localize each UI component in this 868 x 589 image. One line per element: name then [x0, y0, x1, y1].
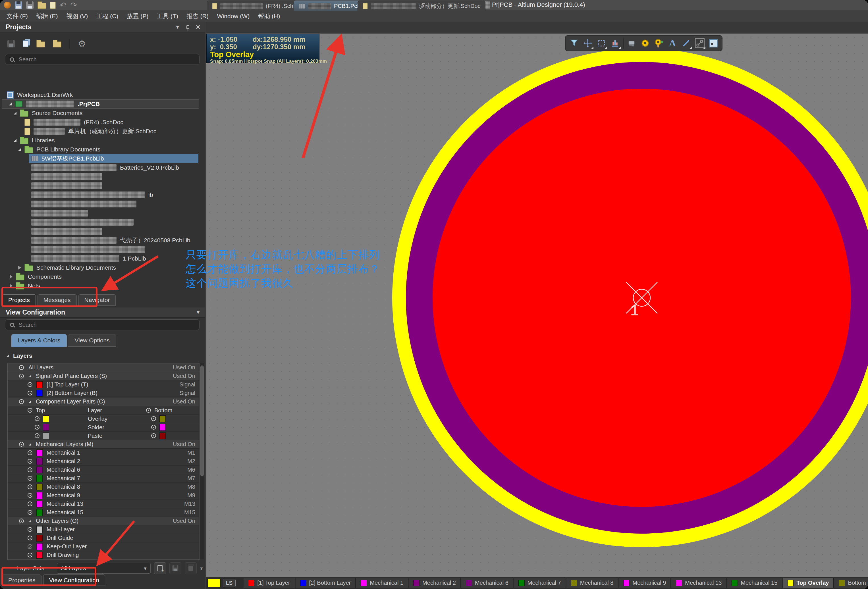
layer-row-drill-drawing[interactable]: Drill Drawing	[8, 551, 199, 559]
tab-messages[interactable]: Messages	[37, 294, 77, 306]
visibility-icon[interactable]	[28, 484, 32, 489]
layer-row-top-layer[interactable]: [1] Top Layer (T)Signal	[8, 381, 199, 389]
tree-item-components[interactable]: Components	[2, 272, 199, 281]
save-layerset-button[interactable]	[170, 562, 181, 574]
visibility-icon[interactable]	[28, 450, 32, 455]
color-swatch[interactable]	[36, 381, 43, 388]
tab-view-configuration[interactable]: View Configuration	[43, 574, 105, 586]
layer-tab-bottom-layer[interactable]: [2] Bottom Layer	[295, 578, 356, 588]
tree-item-source-documents[interactable]: Source Documents	[2, 109, 199, 118]
visibility-icon[interactable]	[151, 433, 156, 438]
visibility-icon[interactable]	[28, 476, 32, 481]
menu-reports[interactable]: 报告 (R)	[183, 10, 213, 22]
tree-item-pcblib[interactable]	[2, 199, 199, 208]
layer-group-component-pairs[interactable]: Component Layer Pairs (C)Used On	[8, 397, 199, 406]
settings-gear-icon[interactable]: ⚙	[78, 39, 86, 48]
view-config-search-input[interactable]	[18, 321, 195, 328]
layers-section-header[interactable]: Layers	[6, 352, 32, 359]
measure-icon[interactable]	[693, 36, 707, 50]
tree-item-nets[interactable]: Nets	[2, 281, 199, 290]
tree-item-pcblib[interactable]: Batteries_V2.0.PcbLib	[2, 163, 199, 172]
expand-icon[interactable]	[14, 112, 16, 115]
view-config-search[interactable]	[5, 319, 199, 330]
tree-item-schdoc-2[interactable]: 单片机（驱动部分）更新.SchDoc	[2, 127, 199, 136]
color-swatch[interactable]	[43, 415, 49, 422]
layer-sets-select[interactable]: All Layers ▼	[57, 563, 151, 574]
tree-item-pcblib[interactable]	[2, 172, 199, 181]
close-icon[interactable]: ✕	[196, 24, 201, 31]
tree-item-pcblib[interactable]	[2, 218, 199, 227]
expand-icon[interactable]	[29, 375, 31, 377]
tree-item-pcblib[interactable]	[2, 208, 199, 218]
color-swatch[interactable]	[36, 390, 43, 397]
tree-item-pcblib-selected[interactable]: 5W铝基板PCB1.PcbLib	[2, 154, 199, 163]
visibility-icon[interactable]	[28, 459, 32, 464]
tree-item-project[interactable]: .PrjPCB	[2, 99, 199, 109]
layer-tab-mech7[interactable]: Mechanical 7	[514, 578, 566, 588]
region-icon[interactable]	[707, 36, 720, 50]
document-tab-schdoc-1[interactable]: (FR4) .SchDoc	[207, 1, 308, 11]
pair-row-paste[interactable]: Paste	[8, 432, 199, 440]
menu-file[interactable]: 文件 (F)	[2, 10, 32, 22]
visibility-icon[interactable]	[28, 493, 32, 498]
via-icon[interactable]	[652, 36, 666, 50]
pair-row-overlay[interactable]: Overlay	[8, 415, 199, 423]
delete-layerset-button[interactable]	[185, 562, 197, 574]
collapsed-icon[interactable]	[10, 275, 12, 279]
tree-item-pcblib[interactable]: ib	[2, 190, 199, 199]
line-icon[interactable]	[679, 36, 693, 50]
layer-group-signal[interactable]: Signal And Plane Layers (S)Used On	[8, 372, 199, 381]
menu-help[interactable]: 帮助 (H)	[254, 10, 284, 22]
color-swatch[interactable]	[36, 449, 43, 456]
layer-row-mech1[interactable]: Mechanical 1M1	[8, 449, 199, 457]
projects-search[interactable]	[5, 54, 199, 65]
move-icon[interactable]	[581, 36, 595, 50]
tree-item-pcb-library-documents[interactable]: PCB Library Documents	[2, 145, 199, 154]
visibility-icon[interactable]	[28, 527, 32, 532]
visibility-icon[interactable]	[35, 433, 40, 438]
layer-tab-top-layer[interactable]: [1] Top Layer	[244, 578, 295, 588]
tree-item-libraries[interactable]: Libraries	[2, 136, 199, 145]
visibility-off-icon[interactable]	[28, 544, 32, 549]
layer-row-mech13[interactable]: Mechanical 13M13	[8, 500, 199, 508]
tree-item-schdoc-1[interactable]: (FR4) .SchDoc	[2, 118, 199, 127]
layer-tab-mech6[interactable]: Mechanical 6	[461, 578, 513, 588]
visibility-icon[interactable]	[19, 399, 24, 404]
expand-icon[interactable]	[14, 139, 16, 142]
tab-layers-colors[interactable]: Layers & Colors	[11, 334, 67, 347]
project-options-icon[interactable]	[53, 41, 61, 47]
panel-menu-icon[interactable]: ▼	[175, 24, 180, 30]
visibility-icon[interactable]	[28, 467, 32, 472]
color-swatch[interactable]	[36, 466, 43, 473]
tab-view-options[interactable]: View Options	[68, 334, 116, 347]
layer-row-mech8[interactable]: Mechanical 8M8	[8, 483, 199, 491]
color-swatch[interactable]	[159, 433, 166, 439]
layer-tab-top-overlay[interactable]: Top Overlay	[783, 578, 834, 588]
save-project-icon[interactable]	[7, 40, 15, 47]
layer-row-keepout[interactable]: Keep-Out Layer	[8, 542, 199, 551]
tab-projects[interactable]: Projects	[2, 294, 36, 306]
filter-icon[interactable]	[567, 36, 581, 50]
pad-icon[interactable]	[638, 36, 652, 50]
visibility-icon[interactable]	[35, 425, 40, 430]
menu-tools[interactable]: 工具 (T)	[153, 10, 183, 22]
visibility-icon[interactable]	[19, 365, 24, 370]
tree-item-pcblib[interactable]	[2, 181, 199, 190]
tree-item-pcblib[interactable]	[2, 245, 199, 254]
save-all-icon[interactable]	[26, 1, 34, 9]
color-swatch[interactable]	[159, 415, 166, 422]
menu-project[interactable]: 工程 (C)	[92, 10, 123, 22]
visibility-icon[interactable]	[19, 518, 24, 523]
color-swatch[interactable]	[36, 458, 43, 465]
visibility-icon[interactable]	[28, 553, 32, 558]
layer-group-mechanical[interactable]: Mechanical Layers (M)Used On	[8, 440, 199, 449]
menu-view[interactable]: 视图 (V)	[62, 10, 92, 22]
tree-item-schematic-library-documents[interactable]: Schematic Library Documents	[2, 263, 199, 272]
expand-icon[interactable]	[29, 520, 31, 522]
color-swatch[interactable]	[43, 433, 49, 439]
expand-icon[interactable]	[29, 401, 31, 403]
visibility-icon[interactable]	[28, 502, 32, 506]
layer-row-bottom-layer[interactable]: [2] Bottom Layer (B)Signal	[8, 389, 199, 397]
explore-project-icon[interactable]	[36, 41, 45, 47]
pin-icon[interactable]	[186, 25, 189, 29]
